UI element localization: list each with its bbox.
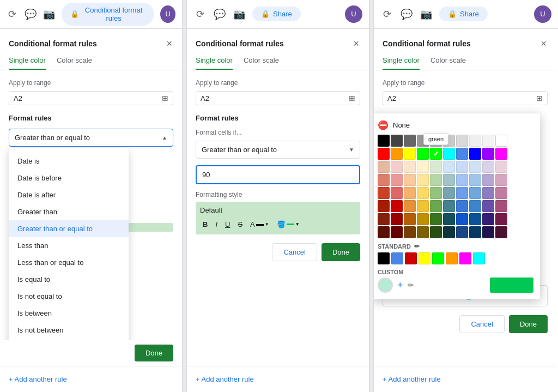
color-gray5[interactable] (482, 135, 494, 147)
color-red4[interactable] (391, 200, 403, 212)
color-blue[interactable] (469, 148, 481, 160)
italic-btn-2[interactable]: I (213, 219, 220, 230)
color-blue8[interactable] (469, 200, 481, 212)
range-input-row-3[interactable]: ⊞ (383, 91, 548, 105)
color-purple2[interactable] (482, 174, 494, 186)
history-icon-2[interactable]: ⟳ (193, 8, 207, 21)
color-dark-red3[interactable] (391, 213, 403, 225)
color-dark-blue[interactable] (456, 213, 468, 225)
dd-item-equal[interactable]: Is equal to (9, 271, 129, 288)
color-very-dark-orange[interactable] (404, 226, 416, 238)
color-very-dark-blue2[interactable] (469, 226, 481, 238)
strike-btn-2[interactable]: S (235, 219, 245, 230)
underline-btn-2[interactable]: U (222, 219, 233, 230)
tab-color-scale-2[interactable]: Color scale (244, 56, 279, 70)
color-red[interactable] (378, 148, 390, 160)
panel-2-close[interactable]: × (352, 38, 360, 50)
color-green2[interactable] (430, 174, 442, 186)
dd-item-between[interactable]: Is between (9, 305, 129, 322)
color-dark-purple[interactable] (482, 213, 494, 225)
dd-item-less-than[interactable]: Less than (9, 237, 129, 254)
share-button-3[interactable]: 🔒 Share (439, 7, 488, 21)
color-very-dark-blue[interactable] (456, 226, 468, 238)
share-button-1[interactable]: 🔒 Conditional format rules (62, 3, 154, 26)
edit-custom-color-btn[interactable]: ✏ (408, 281, 414, 290)
text-color-btn-2[interactable]: A ▼ (247, 219, 272, 230)
done-button-2[interactable]: Done (322, 243, 360, 261)
camera-icon-3[interactable]: 📷 (420, 8, 433, 21)
dd-item-date-is[interactable]: Date is (9, 153, 129, 170)
color-very-dark-red[interactable] (378, 226, 390, 238)
grid-icon-2[interactable]: ⊞ (349, 94, 355, 102)
std-black[interactable] (378, 252, 390, 264)
range-input-3[interactable] (387, 94, 536, 102)
std-orange[interactable] (446, 252, 458, 264)
color-dark-orange[interactable] (404, 213, 416, 225)
chat-icon-3[interactable]: 💬 (400, 8, 413, 21)
dd-item-date-after[interactable]: Date is after (9, 186, 129, 203)
color-dark1[interactable] (391, 135, 403, 147)
format-cells-dropdown-2[interactable]: Greater than or equal to ▼ (196, 141, 360, 159)
std-cyan[interactable] (473, 252, 485, 264)
cancel-button-3[interactable]: Cancel (459, 315, 504, 333)
camera-icon-2[interactable]: 📷 (233, 8, 246, 21)
color-peach[interactable] (378, 161, 390, 173)
tab-single-color-1[interactable]: Single color (9, 56, 46, 70)
history-icon-3[interactable]: ⟳ (380, 8, 393, 21)
color-blue6[interactable] (469, 187, 481, 199)
bold-btn-2[interactable]: B (200, 219, 210, 230)
tab-color-scale-1[interactable]: Color scale (57, 56, 92, 70)
range-input-2[interactable] (201, 94, 349, 102)
tab-single-color-2[interactable]: Single color (196, 56, 233, 70)
cp-none-row[interactable]: ⛔ None (378, 120, 533, 130)
color-very-dark-purple[interactable] (482, 226, 494, 238)
std-yellow[interactable] (418, 252, 430, 264)
color-yellow[interactable] (404, 148, 416, 160)
color-blue7[interactable] (456, 200, 468, 212)
chat-icon[interactable]: 💬 (25, 8, 37, 21)
color-dark2[interactable] (404, 135, 416, 147)
color-red3[interactable] (391, 187, 403, 199)
color-yellow3[interactable] (417, 187, 429, 199)
std-magenta[interactable] (459, 252, 471, 264)
edit-standard-icon[interactable]: ✏ (414, 243, 420, 250)
color-gray3[interactable] (456, 135, 468, 147)
color-dark-pink[interactable] (495, 213, 507, 225)
value-input-2[interactable] (196, 165, 360, 184)
grid-icon-1[interactable]: ⊞ (162, 94, 168, 102)
color-yellow2[interactable] (417, 174, 429, 186)
done-button-1[interactable]: Done (135, 345, 173, 361)
color-teal-light[interactable] (443, 174, 455, 186)
color-blue-light[interactable] (456, 148, 468, 160)
color-white[interactable] (495, 135, 507, 147)
color-cyan[interactable] (443, 148, 455, 160)
color-purple3[interactable] (482, 187, 494, 199)
color-pink4[interactable] (495, 187, 507, 199)
custom-swatch[interactable] (378, 278, 393, 293)
color-orange-light[interactable] (404, 161, 416, 173)
color-lavender[interactable] (482, 161, 494, 173)
tab-color-scale-3[interactable]: Color scale (430, 56, 466, 70)
color-pink-light[interactable] (391, 161, 403, 173)
camera-icon[interactable]: 📷 (43, 8, 55, 21)
color-peach2[interactable] (404, 174, 416, 186)
color-dark-yellow[interactable] (417, 213, 429, 225)
color-pink3[interactable] (495, 174, 507, 186)
color-gray4[interactable] (469, 135, 481, 147)
color-dark-red[interactable] (378, 200, 390, 212)
dd-item-lte[interactable]: Less than or equal to (9, 254, 129, 271)
dd-item-not-equal[interactable]: Is not equal to (9, 288, 129, 305)
done-button-3[interactable]: Done (509, 315, 548, 333)
color-very-dark-pink[interactable] (495, 226, 507, 238)
add-rule-3[interactable]: + Add another rule (374, 366, 556, 392)
color-green-bright[interactable] (417, 148, 429, 160)
chat-icon-2[interactable]: 💬 (213, 8, 226, 21)
color-dark-blue2[interactable] (469, 213, 481, 225)
range-input-1[interactable] (14, 94, 162, 102)
color-yellow4[interactable] (417, 200, 429, 212)
cancel-button-2[interactable]: Cancel (272, 243, 317, 261)
color-dark-red2[interactable] (378, 213, 390, 225)
range-input-row-2[interactable]: ⊞ (196, 91, 360, 105)
tab-single-color-3[interactable]: Single color (383, 56, 420, 70)
color-blue-light2[interactable] (456, 161, 468, 173)
